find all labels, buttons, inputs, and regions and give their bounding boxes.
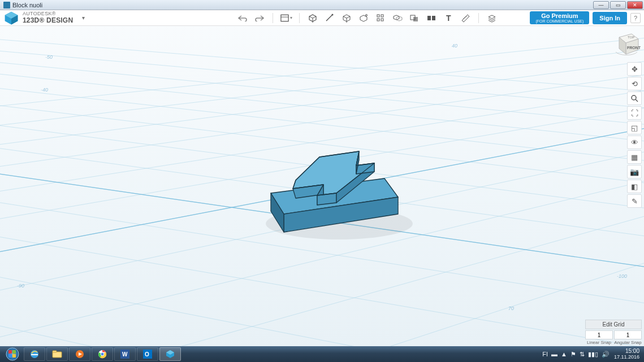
- grouping-button[interactable]: [391, 12, 404, 24]
- redo-button[interactable]: [253, 12, 266, 24]
- linear-snap-label: Linear Snap: [585, 340, 613, 345]
- svg-rect-6: [377, 15, 379, 17]
- svg-line-25: [0, 272, 644, 346]
- svg-line-26: [0, 320, 644, 346]
- go-premium-button[interactable]: Go Premium (FOR COMMERCIAL USE): [530, 11, 589, 25]
- sketch-button[interactable]: [323, 12, 336, 24]
- materials-button[interactable]: [486, 12, 498, 24]
- main-menu-button[interactable]: ▾: [280, 12, 292, 24]
- viewcube[interactable]: TOP FRONT: [612, 29, 641, 56]
- svg-point-54: [632, 95, 636, 100]
- svg-point-67: [101, 352, 104, 356]
- window-app-icon: [3, 2, 10, 8]
- zoom-window-button[interactable]: ◱: [627, 121, 642, 134]
- primitives-button[interactable]: [306, 12, 319, 24]
- svg-rect-11: [413, 17, 418, 21]
- app-menu-dropdown-icon[interactable]: ▾: [82, 15, 85, 21]
- svg-rect-3: [281, 15, 288, 21]
- tray-network-icon[interactable]: ⇅: [580, 351, 585, 358]
- scene-svg: [0, 26, 644, 346]
- svg-line-16: [0, 60, 644, 128]
- svg-rect-58: [12, 350, 16, 354]
- snap-panel: Edit Grid Linear Snap Angular Snap: [585, 320, 642, 345]
- svg-rect-12: [427, 16, 431, 20]
- edit-grid-button[interactable]: Edit Grid: [585, 320, 642, 329]
- svg-line-17: [0, 71, 644, 145]
- materials-panel-button[interactable]: ◧: [627, 180, 642, 193]
- svg-rect-8: [377, 19, 379, 21]
- help-button[interactable]: ?: [630, 13, 641, 23]
- navigation-bar: ✥ ⟲ ⛶ ◱ 👁 ▦ 📷 ◧ ✎: [627, 62, 642, 208]
- taskbar-clock[interactable]: 15:00 17.11.2016: [614, 348, 642, 360]
- tray-battery-icon[interactable]: ▬: [551, 351, 557, 357]
- go-premium-sublabel: (FOR COMMERCIAL USE): [535, 19, 584, 24]
- construct-button[interactable]: [340, 12, 353, 24]
- pattern-button[interactable]: [374, 12, 387, 24]
- sign-in-button[interactable]: Sign In: [593, 12, 627, 24]
- svg-line-29: [0, 57, 644, 150]
- combine-button[interactable]: [408, 12, 421, 24]
- viewport-canvas[interactable]: -50 -40 -90 -100 40 70 TOP FRONT ✥ ⟲ ⛶ ◱…: [0, 26, 644, 346]
- window-titlebar: Block nuoli ― ▭ ✕: [0, 0, 644, 10]
- clock-time: 15:00: [614, 348, 639, 355]
- taskbar-item-outlook[interactable]: O: [137, 347, 158, 361]
- tray-lang[interactable]: FI: [542, 351, 548, 357]
- window-close-button[interactable]: ✕: [627, 1, 643, 9]
- view-mode-button[interactable]: ▦: [627, 150, 642, 164]
- clock-date: 17.11.2016: [614, 355, 639, 360]
- taskbar-item-ie[interactable]: [24, 347, 45, 361]
- window-title: Block nuoli: [12, 2, 42, 8]
- taskbar-item-chrome[interactable]: [92, 347, 113, 361]
- snapshot-button[interactable]: 📷: [627, 165, 642, 178]
- angular-snap-label: Angular Snap: [614, 340, 642, 345]
- modify-button[interactable]: [357, 12, 370, 24]
- app-logo[interactable]: AUTODESK® 123D® DESIGN ▾: [3, 10, 85, 26]
- svg-text:O: O: [145, 351, 149, 357]
- measure-button[interactable]: [459, 12, 472, 24]
- svg-line-14: [0, 37, 644, 94]
- window-maximize-button[interactable]: ▭: [610, 1, 626, 9]
- app-logo-icon: [3, 10, 19, 26]
- text-button[interactable]: T: [442, 12, 455, 24]
- undo-button[interactable]: [236, 12, 249, 24]
- tray-wifi-icon[interactable]: ▮▮▯: [588, 351, 598, 358]
- svg-rect-60: [12, 354, 16, 357]
- window-minimize-button[interactable]: ―: [593, 1, 609, 9]
- svg-rect-13: [432, 16, 435, 20]
- svg-rect-57: [8, 350, 12, 354]
- tray-flag-icon[interactable]: ⚑: [570, 351, 576, 358]
- system-tray[interactable]: FI ▬ ▲ ⚑ ⇅ ▮▮▯ 🔊: [542, 351, 610, 358]
- angular-snap-input[interactable]: [614, 330, 642, 339]
- taskbar-item-explorer[interactable]: [46, 347, 68, 361]
- orbit-button[interactable]: ⟲: [627, 77, 642, 90]
- svg-rect-63: [53, 351, 57, 352]
- start-button[interactable]: [2, 347, 23, 361]
- edit-tool-button[interactable]: ✎: [627, 194, 642, 208]
- svg-point-5: [366, 14, 368, 16]
- linear-snap-input[interactable]: [585, 330, 613, 339]
- svg-rect-9: [381, 19, 383, 21]
- svg-line-15: [0, 49, 644, 111]
- tray-volume-icon[interactable]: 🔊: [602, 351, 610, 358]
- fit-button[interactable]: ⛶: [627, 106, 642, 120]
- visibility-button[interactable]: 👁: [627, 136, 642, 149]
- taskbar-item-123d[interactable]: [159, 347, 181, 361]
- go-premium-label: Go Premium: [535, 12, 584, 19]
- viewcube-front-label: FRONT: [627, 46, 641, 50]
- taskbar-item-media[interactable]: [69, 347, 90, 361]
- svg-line-28: [0, 46, 644, 130]
- brand-product: 123D® DESIGN: [23, 17, 73, 24]
- pan-button[interactable]: ✥: [627, 62, 642, 76]
- svg-point-4: [332, 14, 334, 15]
- sign-in-label: Sign In: [599, 15, 620, 21]
- zoom-button[interactable]: [627, 91, 642, 105]
- app-toolbar: AUTODESK® 123D® DESIGN ▾ ▾ T Go P: [0, 10, 644, 26]
- svg-rect-59: [8, 354, 12, 357]
- svg-rect-7: [381, 15, 383, 17]
- svg-line-24: [0, 232, 644, 346]
- windows-taskbar: W O FI ▬ ▲ ⚑ ⇅ ▮▮▯ 🔊 15:00 17.11.2016: [0, 346, 644, 362]
- svg-line-55: [636, 99, 638, 102]
- snap-button[interactable]: [425, 12, 438, 24]
- taskbar-item-word[interactable]: W: [114, 347, 136, 361]
- tray-up-icon[interactable]: ▲: [561, 351, 567, 357]
